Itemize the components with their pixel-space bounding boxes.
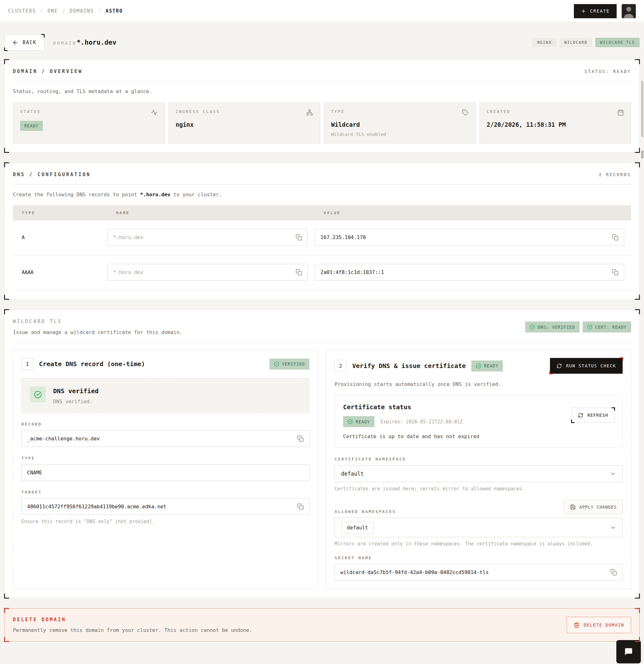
- trash-icon: [574, 622, 580, 628]
- wildcard-tls-panel: WILDCARD TLS Issue and manage a wildcard…: [4, 310, 640, 598]
- overview-cards: STATUS READY INGRESS CLASS nginx TYPE Wi…: [13, 103, 631, 143]
- certificate-namespace-select[interactable]: default: [335, 465, 623, 482]
- overview-status-text: STATUS: READY: [584, 69, 631, 74]
- chat-bubble-icon: [624, 647, 633, 657]
- column-value: VALUE: [315, 210, 631, 215]
- run-status-check-label: RUN STATUS CHECK: [566, 363, 616, 368]
- step1-header: 1 Create DNS record (one-time) VERIFIED: [21, 358, 309, 370]
- dns-verified-status-box: DNS verified DNS verified.: [21, 378, 309, 413]
- type-field-label: TYPE: [21, 456, 309, 460]
- delete-domain-text: DELETE DOMAIN Permanently remove this do…: [13, 617, 252, 633]
- badge-nginx: NGINX: [532, 38, 556, 47]
- page-header: BACK DOMAIN *.horu.dev NGINX WILDCARD WI…: [4, 34, 640, 50]
- copy-button[interactable]: [610, 569, 617, 576]
- certificate-namespace-value: default: [341, 471, 364, 477]
- tls-title: WILDCARD TLS: [13, 319, 183, 324]
- dns-records-table: TYPE NAME VALUE A *.horu.dev 167.235.104…: [13, 205, 631, 290]
- scrollbar-thumb[interactable]: [641, 81, 643, 137]
- refresh-button[interactable]: REFRESH: [571, 408, 615, 423]
- certificate-note: Certificate is up to date and has not ex…: [343, 433, 614, 439]
- allowed-namespaces-select[interactable]: default: [335, 518, 623, 537]
- tls-steps: 1 Create DNS record (one-time) VERIFIED …: [13, 350, 631, 589]
- breadcrumb-domains[interactable]: DOMAINS: [69, 8, 94, 14]
- allowed-namespaces-helper: Mirrors are created only in these namesp…: [335, 541, 623, 547]
- type-card: TYPE Wildcard Wildcard TLS enabled: [324, 103, 476, 143]
- record-field-label: RECORD: [21, 422, 309, 427]
- scrollbar-thumb[interactable]: [641, 150, 643, 159]
- topbar-actions: CREATE: [574, 4, 636, 18]
- record-name-value: *.horu.dev: [113, 234, 143, 240]
- check-circle-icon: [30, 387, 46, 402]
- chat-widget-button[interactable]: [616, 640, 641, 663]
- ingress-class-value: nginx: [176, 121, 313, 128]
- provisioning-note: Provisioning starts automatically once D…: [335, 381, 623, 387]
- record-type: AAAA: [13, 270, 107, 275]
- calendar-icon: [617, 109, 624, 116]
- corner-decoration: [4, 608, 9, 613]
- save-icon: [570, 504, 576, 510]
- corner-decoration: [4, 309, 9, 314]
- copy-icon: [612, 269, 619, 275]
- divider: [13, 184, 631, 185]
- certificate-ready-badge-label: READY: [356, 419, 370, 424]
- step1-verified-badge: VERIFIED: [270, 358, 309, 370]
- breadcrumb-separator: /: [99, 8, 101, 14]
- record-type: A: [13, 235, 107, 240]
- record-value-cell: 167.235.104.170: [315, 229, 631, 246]
- refresh-icon: [578, 413, 583, 418]
- created-value: 2/20/2026, 11:58:31 PM: [487, 121, 624, 128]
- step2-verify-dns-issue-certificate: 2 Verify DNS & issue certificate READY R…: [326, 350, 631, 589]
- apply-changes-label: APPLY CHANGES: [579, 504, 617, 510]
- record-field: _acme-challenge.horu.dev: [21, 430, 309, 447]
- arrow-left-icon: [12, 40, 18, 46]
- copy-icon: [610, 569, 617, 576]
- back-button-label: BACK: [23, 40, 37, 45]
- copy-button[interactable]: [612, 269, 619, 275]
- step1-number: 1: [21, 358, 33, 370]
- type-field-value: CNAME: [27, 470, 42, 476]
- overview-panel-header: DOMAIN / OVERVIEW STATUS: READY: [13, 68, 631, 74]
- corner-decoration: [611, 407, 615, 411]
- copy-button[interactable]: [296, 269, 302, 275]
- record-name-field: *.horu.dev: [107, 264, 308, 281]
- tls-header-text: WILDCARD TLS Issue and manage a wildcard…: [13, 319, 183, 335]
- corner-decoration: [635, 295, 640, 300]
- certificate-status-box: Certificate status READY Expires: 2026-0…: [335, 395, 623, 448]
- check-circle-icon: [587, 324, 593, 330]
- target-field: 486011c4572ff956f61229ab4119be90.acme.ed…: [21, 498, 309, 515]
- record-value-cell: 2a01:4f8:1c1d:1037::1: [315, 264, 631, 281]
- copy-icon: [297, 435, 304, 442]
- certificate-namespace-label: CERTIFICATE NAMESPACE: [335, 457, 623, 461]
- record-name-field: *.horu.dev: [107, 229, 308, 246]
- column-type: TYPE: [13, 210, 107, 215]
- copy-button[interactable]: [612, 234, 619, 241]
- domain-value: *.horu.dev: [77, 39, 116, 46]
- breadcrumb: CLUSTERS / ONE / DOMAINS / ASTRO: [8, 8, 123, 14]
- breadcrumb-separator: /: [62, 8, 65, 14]
- breadcrumb-one[interactable]: ONE: [47, 8, 58, 14]
- breadcrumb-clusters[interactable]: CLUSTERS: [8, 8, 36, 14]
- copy-button[interactable]: [296, 234, 302, 241]
- corner-decoration: [635, 608, 640, 613]
- copy-button[interactable]: [297, 435, 304, 442]
- dns-verified-title: DNS verified: [53, 387, 99, 395]
- delete-domain-button[interactable]: DELETE DOMAIN: [567, 617, 631, 633]
- copy-icon: [612, 234, 619, 241]
- apply-changes-button[interactable]: APPLY CHANGES: [564, 500, 623, 514]
- create-button[interactable]: CREATE: [574, 4, 617, 18]
- user-avatar[interactable]: [622, 4, 636, 18]
- status-card-header: STATUS: [20, 109, 157, 116]
- ingress-card-header: INGRESS CLASS: [176, 109, 313, 116]
- copy-button[interactable]: [297, 503, 304, 510]
- activity-icon: [151, 109, 157, 116]
- check-circle-icon: [347, 419, 353, 424]
- check-circle-icon: [476, 363, 481, 369]
- record-field-value: _acme-challenge.horu.dev: [27, 436, 100, 442]
- dns-table-header: TYPE NAME VALUE: [13, 205, 631, 221]
- corner-decoration: [4, 47, 7, 51]
- secret-name-value: wildcard-da5c7b5f-94fd-42a4-b09a-0482ccd…: [340, 569, 489, 575]
- run-status-check-button[interactable]: RUN STATUS CHECK: [550, 358, 623, 374]
- dns-panel-header: DNS / CONFIGURATION 2 RECORDS: [13, 172, 631, 178]
- status-card: STATUS READY: [13, 103, 165, 143]
- back-button[interactable]: BACK: [4, 34, 44, 50]
